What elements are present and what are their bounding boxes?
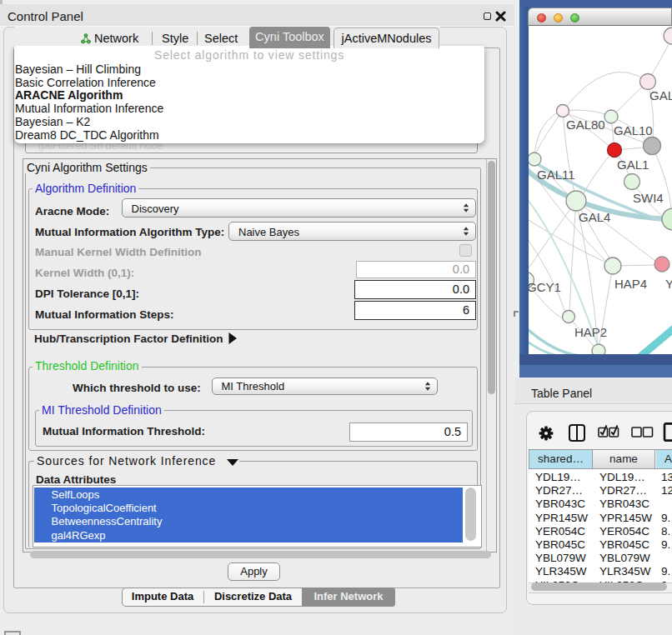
svg-text:GAL80: GAL80 xyxy=(566,118,605,132)
svg-text:GAL7: GAL7 xyxy=(649,88,672,102)
svg-text:GAL4: GAL4 xyxy=(579,210,610,224)
svg-text:SWI4: SWI4 xyxy=(633,191,664,205)
svg-text:GAL11: GAL11 xyxy=(537,168,575,182)
svg-text:HAP4: HAP4 xyxy=(614,277,647,291)
svg-text:GCY1: GCY1 xyxy=(529,280,561,294)
svg-text:HAP2: HAP2 xyxy=(574,325,607,339)
svg-text:YE: YE xyxy=(665,277,672,291)
svg-text:GAL1: GAL1 xyxy=(617,158,649,172)
svg-text:GAL10: GAL10 xyxy=(614,123,653,138)
